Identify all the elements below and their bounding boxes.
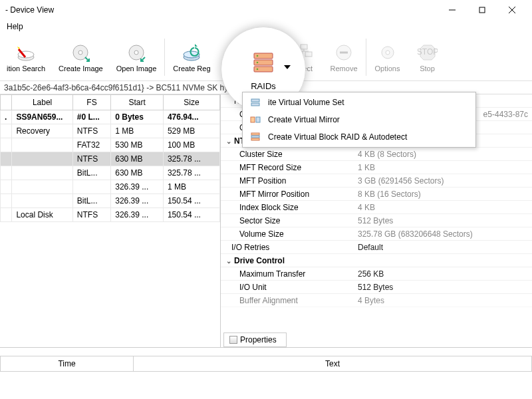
prop-row[interactable]: MFT Record Size1 KB xyxy=(221,161,532,174)
table-row[interactable]: .SS9AN659...#0 L...0 Bytes476.94... xyxy=(1,110,220,124)
table-row[interactable]: NTFS630 MB325.78 ... xyxy=(1,152,220,166)
cell-start: 326.39 ... xyxy=(111,208,164,222)
toolbar-label: Stop xyxy=(420,65,435,72)
window-title: - Device View xyxy=(5,5,54,15)
toolbar-label: ition Search xyxy=(7,65,45,72)
svg-point-20 xyxy=(386,51,390,55)
col-label[interactable]: Label xyxy=(12,95,72,110)
raid-stack-icon xyxy=(249,48,278,77)
options-button[interactable]: Options xyxy=(368,35,408,80)
svg-point-28 xyxy=(257,68,259,70)
table-row[interactable]: RecoveryNTFS1 MB529 MB xyxy=(1,124,220,138)
prop-row[interactable]: Buffer Alignment4 Bytes xyxy=(221,294,532,307)
row-handle xyxy=(1,208,12,222)
table-row[interactable]: 326.39 ...1 MB xyxy=(1,180,220,194)
stop-button[interactable]: STOP Stop xyxy=(408,35,448,80)
table-row[interactable]: Local DiskNTFS326.39 ...150.54 ... xyxy=(1,208,220,222)
tab-label: Properties xyxy=(240,335,277,344)
prop-key: I/O Retries xyxy=(221,243,354,252)
cell-size: 325.78 ... xyxy=(163,152,219,166)
col-text[interactable]: Text xyxy=(134,356,532,372)
menu-create-virtual-block-raid[interactable]: Create Virtual Block RAID & Autodetect xyxy=(244,128,474,146)
col-time[interactable]: Time xyxy=(1,356,134,372)
svg-marker-29 xyxy=(284,65,291,69)
prop-row[interactable]: Cluster Size4 KB (8 Sectors) xyxy=(221,148,532,161)
prop-row[interactable]: I/O RetriesDefault xyxy=(221,241,532,254)
create-region-button[interactable]: Create Reg xyxy=(166,35,217,80)
cell-fs: FAT32 xyxy=(72,138,110,152)
minimize-button[interactable] xyxy=(437,1,467,19)
mirror-icon xyxy=(249,114,261,126)
close-button[interactable] xyxy=(497,1,527,19)
log-table[interactable]: Time Text xyxy=(0,356,532,372)
svg-rect-32 xyxy=(251,117,255,122)
col-fs[interactable]: FS xyxy=(72,95,110,110)
toolbar-separator xyxy=(366,39,366,76)
search-icon xyxy=(15,42,37,63)
cell-size: 1 MB xyxy=(163,180,219,194)
prop-row[interactable]: Maximum Transfer256 KB xyxy=(221,267,532,281)
cell-size: 150.54 ... xyxy=(163,194,219,208)
row-handle-header[interactable] xyxy=(1,95,12,110)
device-table-panel: Label FS Start Size .SS9AN659...#0 L...0… xyxy=(0,94,221,347)
prop-row[interactable]: Index Block Size4 KB xyxy=(221,201,532,214)
open-image-button[interactable]: Open Image xyxy=(110,35,164,80)
table-row[interactable]: FAT32530 MB100 MB xyxy=(1,138,220,152)
svg-point-9 xyxy=(134,51,138,55)
chevron-down-icon[interactable]: ⌄ xyxy=(226,257,234,265)
device-table[interactable]: Label FS Start Size .SS9AN659...#0 L...0… xyxy=(0,94,220,222)
cell-fs: NTFS xyxy=(72,124,110,138)
prop-row[interactable]: Volume Size325.78 GB (683206648 Sectors) xyxy=(221,227,532,241)
prop-key: Maximum Transfer xyxy=(221,269,354,279)
menu-create-virtual-volume-set[interactable]: ite Virtual Volume Set xyxy=(244,94,474,111)
menu-create-virtual-mirror[interactable]: Create Virtual Mirror xyxy=(244,111,474,128)
menu-label: Create Virtual Mirror xyxy=(268,115,340,124)
table-row[interactable]: BitL...326.39 ...150.54 ... xyxy=(1,194,220,208)
chevron-down-icon[interactable] xyxy=(284,63,291,72)
table-row[interactable]: BitL...630 MB325.78 ... xyxy=(1,166,220,180)
prop-row[interactable]: Sector Size512 Bytes xyxy=(221,214,532,227)
prop-val: 8 KB (16 Sectors) xyxy=(354,190,532,199)
prop-group[interactable]: ⌄Drive Control xyxy=(221,254,532,267)
col-size[interactable]: Size xyxy=(163,95,219,110)
col-start[interactable]: Start xyxy=(111,95,164,110)
minus-circle-icon xyxy=(333,42,354,63)
cell-label xyxy=(12,194,72,208)
cell-start: 530 MB xyxy=(111,138,164,152)
menu-help[interactable]: Help xyxy=(3,21,27,33)
prop-val: 4 KB (8 Sectors) xyxy=(354,150,532,159)
row-handle xyxy=(1,180,12,194)
prop-val: Default xyxy=(354,243,532,252)
svg-point-7 xyxy=(78,51,82,55)
create-image-button[interactable]: Create Image xyxy=(52,35,110,80)
prop-val: 325.78 GB (683206648 Sectors) xyxy=(354,229,532,239)
prop-key: Buffer Alignment xyxy=(221,296,354,305)
row-handle xyxy=(1,166,12,180)
stop-icon: STOP xyxy=(417,42,438,63)
cell-start: 0 Bytes xyxy=(111,110,164,124)
prop-row[interactable]: I/O Unit512 Bytes xyxy=(221,281,532,294)
cell-start: 630 MB xyxy=(111,152,164,166)
prop-row[interactable]: MFT Mirror Position8 KB (16 Sectors) xyxy=(221,188,532,201)
row-handle xyxy=(1,194,12,208)
toolbar-label: Create Image xyxy=(59,65,103,72)
cell-fs: BitL... xyxy=(72,166,110,180)
toolbar-label: RAIDs xyxy=(251,81,276,91)
chevron-down-icon[interactable]: ⌄ xyxy=(226,138,234,145)
properties-icon xyxy=(229,336,237,344)
tab-properties[interactable]: Properties xyxy=(223,332,287,347)
toolbar-label: Remove xyxy=(331,65,358,72)
remove-button[interactable]: Remove xyxy=(324,35,364,80)
breadcrumb-text: 3a1b5c-26e6-4af3-b6ca-64cc9f6151d1} -> B… xyxy=(4,83,228,92)
cell-start: 1 MB xyxy=(111,124,164,138)
tab-strip: Properties xyxy=(223,331,287,347)
cell-label xyxy=(12,138,72,152)
prop-val: 1 KB xyxy=(354,163,532,172)
prop-key: MFT Mirror Position xyxy=(221,190,354,199)
svg-rect-33 xyxy=(256,117,260,122)
partition-search-button[interactable]: ition Search xyxy=(0,35,52,80)
cell-label xyxy=(12,180,72,194)
maximize-button[interactable] xyxy=(467,1,497,19)
prop-key: I/O Unit xyxy=(221,283,354,292)
prop-row[interactable]: MFT Position3 GB (6291456 Sectors) xyxy=(221,174,532,188)
